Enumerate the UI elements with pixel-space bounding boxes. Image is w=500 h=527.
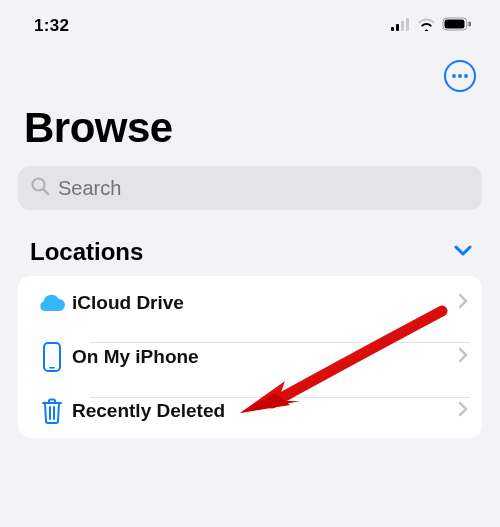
chevron-right-icon [458,293,470,313]
svg-rect-2 [401,21,404,31]
ellipsis-icon [452,74,468,78]
battery-icon [442,17,472,35]
svg-rect-12 [44,343,60,371]
status-indicators [391,17,472,35]
status-time: 1:32 [34,16,69,36]
chevron-right-icon [458,401,470,421]
svg-rect-3 [406,18,409,31]
list-item-recently-deleted[interactable]: Recently Deleted [18,384,482,438]
svg-rect-1 [396,24,399,31]
list-item-on-my-iphone[interactable]: On My iPhone [18,330,482,384]
svg-rect-6 [469,22,472,27]
list-item-label: iCloud Drive [72,292,458,314]
list-item-label: Recently Deleted [72,400,458,422]
list-item-icloud-drive[interactable]: iCloud Drive [18,276,482,330]
cloud-icon [32,292,72,314]
svg-rect-5 [445,20,465,29]
search-icon [30,176,50,200]
svg-point-8 [458,74,462,78]
svg-point-7 [452,74,456,78]
svg-rect-13 [49,367,55,369]
status-bar: 1:32 [0,0,500,44]
svg-rect-0 [391,27,394,31]
page-title: Browse [0,96,500,166]
svg-point-9 [464,74,468,78]
wifi-icon [417,17,436,35]
list-item-label: On My iPhone [72,346,458,368]
chevron-down-icon [454,243,472,261]
more-button[interactable] [444,60,476,92]
search-field[interactable] [18,166,482,210]
svg-line-11 [43,189,48,194]
locations-header[interactable]: Locations [0,210,500,276]
cellular-icon [391,17,411,35]
search-input[interactable] [58,177,470,200]
locations-list: iCloud Drive On My iPhone [18,276,482,438]
section-title: Locations [30,238,143,266]
chevron-right-icon [458,347,470,367]
phone-icon [32,342,72,372]
trash-icon [32,397,72,425]
